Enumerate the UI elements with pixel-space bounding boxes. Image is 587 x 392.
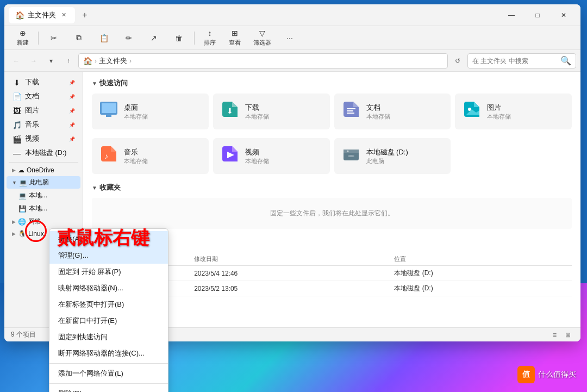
svg-rect-1 [102, 103, 116, 113]
pin-icon-1: 📌 [69, 80, 75, 85]
ctx-pin-start[interactable]: 固定到 开始 屏幕(P) [49, 264, 168, 280]
ctx-manage[interactable]: 管理(G)... [49, 247, 168, 264]
collections-title: 收藏夹 [99, 183, 121, 192]
thispc-label: 此电脑 [29, 178, 49, 187]
folder-desktop[interactable]: 桌面 本地存储 [92, 94, 209, 129]
active-tab[interactable]: 🏠 主文件夹 ✕ [9, 7, 75, 23]
sidebar-local-1[interactable]: 💻 本地... [7, 189, 80, 202]
disk-folder-info: 本地磁盘 (D:) 此电脑 [366, 147, 408, 165]
rename-button[interactable]: ✏ [117, 28, 141, 48]
list-view-button[interactable]: ≡ [549, 330, 560, 340]
download-folder-name: 下载 [245, 103, 269, 113]
disk-icon: — [12, 149, 22, 158]
copy-icon: ⧉ [76, 33, 82, 42]
path-separator-1: › [95, 57, 97, 65]
delete-icon: 🗑 [175, 34, 183, 42]
view-icon: ⊞ [232, 29, 238, 38]
ctx-collapse[interactable]: 折叠(A) [49, 231, 168, 247]
new-tab-button[interactable]: + [77, 8, 92, 23]
copy-button[interactable]: ⧉ [67, 28, 91, 48]
folder-pics[interactable]: 图片 本地存储 [455, 94, 572, 129]
share-icon: ↗ [151, 34, 157, 42]
ctx-disconnect[interactable]: 断开网络驱动器的连接(C)... [49, 345, 168, 362]
file-date-2: 2023/5/2 13:05 [190, 281, 390, 296]
cut-icon: ✂ [51, 34, 57, 42]
file-date-1: 2023/5/4 12:46 [190, 266, 390, 281]
music-folder-sub: 本地存储 [124, 157, 148, 165]
sidebar-item-docs[interactable]: 📄 文档 📌 [7, 90, 80, 103]
sidebar-item-video[interactable]: 🎬 视频 📌 [7, 132, 80, 146]
sidebar-item-music[interactable]: 🎵 音乐 📌 [7, 118, 80, 132]
sidebar-item-pics[interactable]: 🖼 图片 📌 [7, 104, 80, 117]
path-label: 主文件夹 [99, 56, 127, 66]
more-button[interactable]: ··· [278, 28, 302, 48]
dropdown-button[interactable]: ▾ [43, 53, 59, 69]
window-controls: — □ ✕ [499, 7, 576, 24]
minimize-button[interactable]: — [499, 7, 524, 24]
sort-button[interactable]: ↕ 排序 [198, 28, 222, 48]
video-folder-sub: 本地存储 [245, 157, 269, 165]
collections-header[interactable]: ▼ 收藏夹 [92, 183, 572, 192]
address-bar: ← → ▾ ↑ 🏠 › 主文件夹 › ↺ 🔍 [4, 50, 580, 72]
folder-music[interactable]: ♪ 音乐 本地存储 [92, 138, 209, 174]
filter-button[interactable]: ▽ 筛选器 [248, 28, 277, 48]
pics-folder-info: 图片 本地存储 [487, 103, 511, 121]
address-path[interactable]: 🏠 › 主文件夹 › [78, 53, 448, 69]
context-menu: 折叠(A) 管理(G)... 固定到 开始 屏幕(P) 映射网络驱动器(N)..… [49, 228, 168, 392]
folder-disk[interactable]: 本地磁盘 (D:) 此电脑 [334, 138, 451, 174]
folder-video[interactable]: 视频 本地存储 [213, 138, 330, 174]
delete-button[interactable]: 🗑 [167, 28, 191, 48]
paste-button[interactable]: 📋 [92, 28, 116, 48]
search-input[interactable] [472, 57, 558, 65]
pin-icon-2: 📌 [69, 94, 75, 99]
expand-icon-4: ▶ [12, 231, 16, 237]
sidebar-network[interactable]: ▶ 🌐 网络 [7, 215, 80, 228]
sidebar-item-disk[interactable]: — 本地磁盘 (D:) [7, 146, 80, 160]
share-button[interactable]: ↗ [142, 28, 166, 48]
ctx-pin-quick[interactable]: 固定到快速访问 [49, 329, 168, 345]
download-folder-icon: ⬇ [220, 99, 240, 123]
pin-icon-4: 📌 [69, 122, 75, 128]
ctx-delete[interactable]: 删除(D) [49, 385, 168, 392]
docs-icon: 📄 [12, 92, 22, 101]
ctx-new-window[interactable]: 在新窗口中打开(E) [49, 313, 168, 329]
view-button[interactable]: ⊞ 查看 [223, 28, 247, 48]
search-box[interactable]: 🔍 [467, 53, 576, 69]
sidebar-this-pc[interactable]: ▼ 💻 此电脑 [7, 176, 80, 189]
folder-download[interactable]: ⬇ 下载 本地存储 [213, 94, 330, 129]
more-icon: ··· [286, 34, 293, 42]
ctx-map-drive[interactable]: 映射网络驱动器(N)... [49, 280, 168, 296]
refresh-button[interactable]: ↺ [450, 53, 465, 69]
svg-text:⬇: ⬇ [227, 107, 233, 115]
forward-button[interactable]: → [26, 53, 41, 69]
cut-button[interactable]: ✂ [42, 28, 66, 48]
sidebar-item-download[interactable]: ⬇ 下载 📌 [7, 76, 80, 89]
toolbar: ⊕ 新建 ✂ ⧉ 📋 ✏ ↗ 🗑 ↕ 排序 ⊞ 查看 [4, 26, 580, 50]
sidebar-onedrive[interactable]: ▶ ☁ OneDrive [7, 165, 80, 176]
pics-icon: 🖼 [12, 107, 22, 115]
grid-view-button[interactable]: ⊞ [562, 330, 574, 340]
ctx-sep-2 [49, 383, 168, 384]
ctx-new-tab[interactable]: 在新标签页中打开(B) [49, 296, 168, 313]
up-button[interactable]: ↑ [61, 53, 76, 69]
folder-docs[interactable]: 文档 本地存储 [334, 94, 451, 129]
video-folder-name: 视频 [245, 147, 269, 157]
back-button[interactable]: ← [9, 53, 24, 69]
tab-close-button[interactable]: ✕ [59, 10, 68, 20]
new-button[interactable]: ⊕ 新建 [11, 28, 35, 48]
maximize-button[interactable]: □ [525, 7, 550, 24]
pics-folder-sub: 本地存储 [487, 113, 511, 121]
onedrive-icon: ☁ [18, 166, 24, 174]
network-icon: 🌐 [18, 218, 26, 226]
pics-folder-icon [462, 99, 482, 123]
sidebar-separator [9, 162, 78, 163]
watermark-text: 什么值得买 [538, 370, 576, 379]
local1-icon: 💻 [18, 192, 27, 200]
tab-icon: 🏠 [15, 11, 24, 20]
sidebar-local-2[interactable]: 💾 本地... [7, 202, 80, 215]
quick-access-header[interactable]: ▼ 快速访问 [92, 78, 572, 88]
col-date: 修改日期 [190, 253, 390, 266]
pin-icon-5: 📌 [69, 136, 75, 142]
close-button[interactable]: ✕ [551, 7, 576, 24]
ctx-add-network[interactable]: 添加一个网络位置(L) [49, 365, 168, 382]
